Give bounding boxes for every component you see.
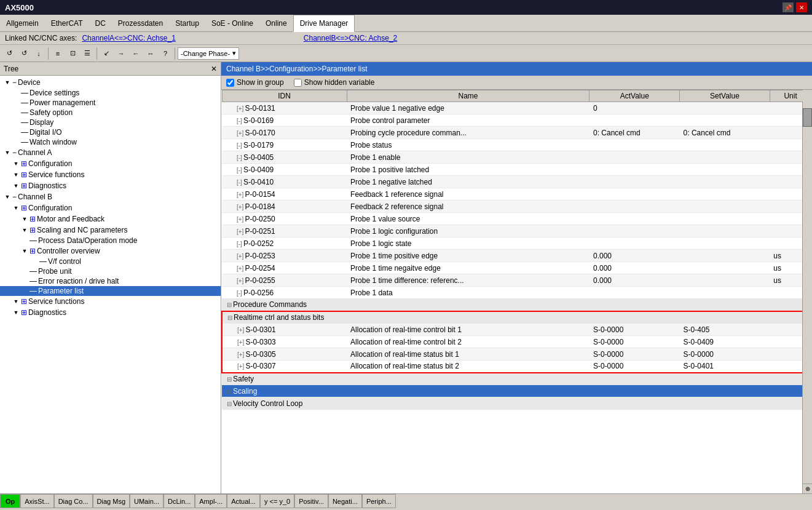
refresh-btn-2[interactable]: ↺ <box>17 47 31 60</box>
channel-a-link[interactable]: ChannelA<=>CNC: Achse_1 <box>82 34 175 42</box>
group-expand-icon[interactable]: ⊟ <box>227 314 232 321</box>
row-expand-icon[interactable]: [+] <box>237 253 243 260</box>
row-expand-icon[interactable]: [-] <box>237 290 242 297</box>
table-row[interactable]: [-]P-0-0252Probe 1 logic state <box>222 237 811 250</box>
tree-expander-icon[interactable]: ▼ <box>2 192 12 202</box>
tree-item[interactable]: ▼⊞Motor and Feedback <box>0 213 221 225</box>
tree-item[interactable]: —V/f control <box>0 257 221 266</box>
row-expand-icon[interactable]: [-] <box>237 241 242 247</box>
table-row[interactable]: [+]P-0-0184Feedback 2 reference signal <box>222 201 811 213</box>
row-expand-icon[interactable]: [+] <box>237 277 243 284</box>
tb-btn-4[interactable]: ≡ <box>51 47 65 60</box>
tree-item[interactable]: —Device settings <box>0 88 221 98</box>
menu-item-ethercat[interactable]: EtherCAT <box>45 15 89 31</box>
menu-item-prozessdaten[interactable]: Prozessdaten <box>112 15 169 31</box>
change-phase-dropdown[interactable]: -Change Phase- ▾ <box>178 47 239 60</box>
row-expand-icon[interactable]: [+] <box>237 204 243 210</box>
menu-item-drive-manager[interactable]: Drive Manager <box>293 15 355 32</box>
menu-item-soe---online[interactable]: SoE - Online <box>205 15 259 31</box>
table-row[interactable]: [-]S-0-0410Probe 1 negative latched <box>222 176 811 188</box>
scrollbar-thumb[interactable] <box>803 108 812 127</box>
table-row[interactable]: [-]S-0-0179Probe status <box>222 139 811 151</box>
tree-item[interactable]: —Digital I/O <box>0 127 221 137</box>
row-expand-icon[interactable]: [+] <box>237 228 243 235</box>
tree-expander-icon[interactable]: ▼ <box>20 214 30 224</box>
tree-item[interactable]: —Display <box>0 118 221 127</box>
statusbar-item-op[interactable]: Op <box>0 494 20 508</box>
row-expand-icon[interactable]: [-] <box>237 142 242 149</box>
table-row[interactable]: [+]P-0-0154Feedback 1 reference signal <box>222 188 811 201</box>
refresh-btn-1[interactable]: ↺ <box>2 47 16 60</box>
statusbar-item-positiv---[interactable]: Positiv... <box>294 494 328 508</box>
corner-resize[interactable]: ⊕ <box>802 484 812 493</box>
menu-item-startup[interactable]: Startup <box>169 15 205 31</box>
table-row[interactable]: [+]P-0-0250Probe 1 value source <box>222 213 811 225</box>
tree-item[interactable]: —Error reaction / drive halt <box>0 276 221 286</box>
table-row[interactable]: [+]S-0-0131Probe value 1 negative edge0 <box>222 102 811 114</box>
tb-btn-5[interactable]: ⊡ <box>66 47 79 60</box>
show-in-group-checkbox[interactable] <box>226 79 234 87</box>
tree-expander-icon[interactable]: ▼ <box>11 308 21 317</box>
table-row[interactable]: [+]S-0-0303Allocation of real-time contr… <box>222 336 811 348</box>
tree-item[interactable]: —Parameter list <box>0 286 221 296</box>
tb-btn-9[interactable]: ← <box>129 47 143 60</box>
statusbar-item-negati---[interactable]: Negati... <box>328 494 362 508</box>
tree-item[interactable]: ▼⊞Scaling and NC parameters <box>0 225 221 236</box>
pin-button[interactable]: 📌 <box>782 2 794 12</box>
tree-item[interactable]: ▼⊞Service functions <box>0 296 221 307</box>
table-row[interactable]: [+]S-0-0301Allocation of real-time contr… <box>222 324 811 336</box>
tree-expander-icon[interactable]: ▼ <box>11 159 21 169</box>
group-expand-icon[interactable]: ⊟ <box>227 400 232 407</box>
tree-item[interactable]: ▼⊞Diagnostics <box>0 307 221 318</box>
tree-item[interactable]: ▼⊞Configuration <box>0 158 221 169</box>
download-btn[interactable]: ↓ <box>32 47 45 60</box>
table-row[interactable]: ⊟Realtime ctrl and status bits <box>222 311 811 324</box>
tree-expander-icon[interactable]: ▼ <box>2 78 12 87</box>
row-expand-icon[interactable]: [-] <box>237 179 242 186</box>
close-button[interactable]: ✕ <box>796 2 807 12</box>
statusbar-item-ampl----[interactable]: Ampl-... <box>195 494 227 508</box>
scrollbar[interactable] <box>802 90 812 493</box>
statusbar-item-diag-msg[interactable]: Diag Msg <box>93 494 130 508</box>
tree-expander-icon[interactable]: ▼ <box>11 203 21 213</box>
row-expand-icon[interactable]: [+] <box>237 351 244 358</box>
table-row[interactable]: [-]P-0-0256Probe 1 data <box>222 287 811 299</box>
menu-item-dc[interactable]: DC <box>89 15 112 31</box>
table-row[interactable]: [-]S-0-0409Probe 1 positive latched <box>222 164 811 176</box>
statusbar-item-diag-co---[interactable]: Diag Co... <box>54 494 93 508</box>
tree-expander-icon[interactable]: ▼ <box>11 170 21 180</box>
statusbar-item-actual---[interactable]: Actual... <box>227 494 260 508</box>
row-expand-icon[interactable]: [+] <box>237 265 243 272</box>
table-row[interactable]: ⊟Safety <box>222 373 811 385</box>
table-row[interactable]: ⊟Procedure Commands <box>222 299 811 311</box>
tb-btn-6[interactable]: ☰ <box>81 47 94 60</box>
table-row[interactable]: [+]S-0-0170Probing cycle procedure comma… <box>222 127 811 139</box>
row-expand-icon[interactable]: [-] <box>237 118 242 124</box>
group-expand-icon[interactable]: ⊟ <box>227 376 232 383</box>
statusbar-item-umain---[interactable]: UMain... <box>130 494 164 508</box>
tree-item[interactable]: —Process Data/Operation mode <box>0 236 221 245</box>
tree-expander-icon[interactable]: ▼ <box>11 297 21 306</box>
statusbar-item-y----y-0[interactable]: y <= y_0 <box>260 494 294 508</box>
tree-expander-icon[interactable]: ▼ <box>20 225 30 235</box>
tree-item[interactable]: —Power management <box>0 98 221 108</box>
table-row[interactable]: [+]P-0-0255Probe 1 time difference: refe… <box>222 274 811 287</box>
show-hidden-checkbox[interactable] <box>294 79 302 87</box>
statusbar-item-dclin---[interactable]: DcLin... <box>164 494 195 508</box>
tree-item[interactable]: —Safety option <box>0 108 221 118</box>
table-row[interactable]: [-]S-0-0169Probe control parameter <box>222 114 811 127</box>
row-expand-icon[interactable]: [+] <box>237 191 243 198</box>
tb-btn-8[interactable]: → <box>114 47 128 60</box>
row-expand-icon[interactable]: [+] <box>237 339 244 346</box>
tree-expander-icon[interactable]: ▼ <box>2 148 12 157</box>
help-btn[interactable]: ? <box>159 47 172 60</box>
tree-expander-icon[interactable]: ▼ <box>11 181 21 191</box>
row-expand-icon[interactable]: [-] <box>237 167 242 173</box>
show-in-group-option[interactable]: Show in group <box>226 78 284 87</box>
table-row[interactable]: [+]P-0-0251Probe 1 logic configuration <box>222 225 811 237</box>
table-row[interactable]: [+]P-0-0254Probe 1 time negaitve edge0.0… <box>222 262 811 274</box>
tree-body[interactable]: ▼−Device—Device settings—Power managemen… <box>0 76 221 493</box>
tree-expander-icon[interactable]: ▼ <box>20 246 30 256</box>
table-row[interactable]: [+]S-0-0307Allocation of real-time statu… <box>222 361 811 373</box>
tree-item[interactable]: ▼⊞Diagnostics <box>0 180 221 191</box>
